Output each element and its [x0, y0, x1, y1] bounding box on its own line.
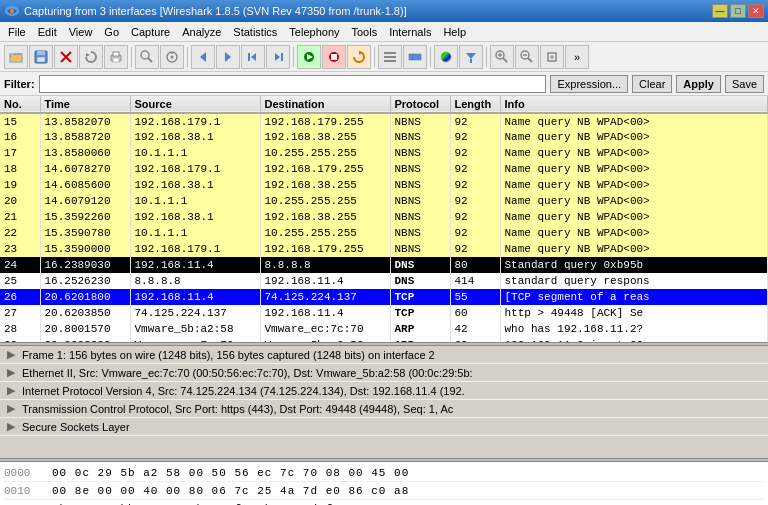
normal-size-button[interactable]: [540, 45, 564, 69]
svg-marker-18: [200, 52, 206, 62]
svg-marker-36: [466, 53, 476, 59]
hex-pane: 0000 00 0c 29 5b a2 58 00 50 56 ec 7c 70…: [0, 462, 768, 505]
menu-telephony[interactable]: Telephony: [283, 25, 345, 39]
detail-row[interactable]: ▶Frame 1: 156 bytes on wire (1248 bits),…: [0, 346, 768, 364]
svg-rect-30: [384, 56, 396, 58]
col-protocol: Protocol: [390, 96, 450, 113]
menu-internals[interactable]: Internals: [383, 25, 437, 39]
menu-edit[interactable]: Edit: [32, 25, 63, 39]
svg-marker-22: [275, 53, 280, 61]
svg-rect-6: [37, 57, 45, 62]
menu-tools[interactable]: Tools: [346, 25, 384, 39]
svg-marker-19: [225, 52, 231, 62]
expand-icon[interactable]: ▶: [4, 366, 18, 379]
menu-go[interactable]: Go: [98, 25, 125, 39]
title-bar: Capturing from 3 interfaces [Wireshark 1…: [0, 0, 768, 22]
col-destination: Destination: [260, 96, 390, 113]
print-button[interactable]: [104, 45, 128, 69]
toolbar: »: [0, 42, 768, 72]
table-row[interactable]: 2920.8003380Vmware_ec:7c:70Vmware_5b:a2:…: [0, 337, 768, 342]
svg-point-35: [441, 52, 451, 62]
svg-rect-34: [418, 54, 421, 60]
expand-icon[interactable]: ▶: [4, 384, 18, 397]
detail-row[interactable]: ▶Transmission Control Protocol, Src Port…: [0, 400, 768, 418]
expression-button[interactable]: Expression...: [550, 75, 628, 93]
goto-button[interactable]: [160, 45, 184, 69]
prev-button[interactable]: [191, 45, 215, 69]
start-capture-button[interactable]: [297, 45, 321, 69]
find-button[interactable]: [135, 45, 159, 69]
expand-icon[interactable]: ▶: [4, 420, 18, 433]
maximize-button[interactable]: □: [730, 4, 746, 18]
menu-file[interactable]: File: [2, 25, 32, 39]
col-source: Source: [130, 96, 260, 113]
apply-filter-button[interactable]: Apply: [676, 75, 721, 93]
table-row[interactable]: 2215.359078010.1.1.110.255.255.255NBNS92…: [0, 225, 768, 241]
col-no: No.: [0, 96, 40, 113]
close-button[interactable]: ✕: [748, 4, 764, 18]
more-button[interactable]: »: [565, 45, 589, 69]
filter-input[interactable]: [39, 75, 547, 93]
packet-table: No. Time Source Destination Protocol Len…: [0, 96, 768, 342]
menu-help[interactable]: Help: [437, 25, 472, 39]
table-row[interactable]: 1713.858006010.1.1.110.255.255.255NBNS92…: [0, 145, 768, 161]
options-button[interactable]: [378, 45, 402, 69]
table-row[interactable]: 2620.6201800192.168.11.474.125.224.137TC…: [0, 289, 768, 305]
first-button[interactable]: [241, 45, 265, 69]
table-row[interactable]: 2516.25262308.8.8.8192.168.11.4DNS414sta…: [0, 273, 768, 289]
svg-marker-20: [251, 53, 256, 61]
svg-marker-9: [86, 53, 90, 57]
expand-icon[interactable]: ▶: [4, 348, 18, 361]
svg-rect-32: [409, 54, 413, 60]
stop-capture-button[interactable]: [322, 45, 346, 69]
minimize-button[interactable]: —: [712, 4, 728, 18]
autoscroll-button[interactable]: [459, 45, 483, 69]
last-button[interactable]: [266, 45, 290, 69]
interfaces-button[interactable]: [403, 45, 427, 69]
svg-point-16: [171, 55, 174, 58]
app-icon: [4, 3, 20, 19]
save-filter-button[interactable]: Save: [725, 75, 764, 93]
zoom-out-button[interactable]: [515, 45, 539, 69]
table-row[interactable]: 2820.8001570Vmware_5b:a2:58Vmware_ec:7c:…: [0, 321, 768, 337]
table-row[interactable]: 1513.8582070192.168.179.1192.168.179.255…: [0, 113, 768, 129]
next-button[interactable]: [216, 45, 240, 69]
restart-capture-button[interactable]: [347, 45, 371, 69]
table-row[interactable]: 2115.3592260192.168.38.1192.168.38.255NB…: [0, 209, 768, 225]
detail-row[interactable]: ▶Ethernet II, Src: Vmware_ec:7c:70 (00:5…: [0, 364, 768, 382]
svg-line-43: [528, 58, 532, 62]
colorize-button[interactable]: [434, 45, 458, 69]
clear-filter-button[interactable]: Clear: [632, 75, 672, 93]
menu-statistics[interactable]: Statistics: [227, 25, 283, 39]
open-button[interactable]: [4, 45, 28, 69]
table-row[interactable]: 2416.2389030192.168.11.48.8.8.8DNS80Stan…: [0, 257, 768, 273]
window-controls: — □ ✕: [712, 4, 764, 18]
col-length: Length: [450, 96, 500, 113]
svg-rect-27: [331, 54, 337, 60]
svg-line-39: [503, 58, 507, 62]
menu-analyze[interactable]: Analyze: [176, 25, 227, 39]
table-row[interactable]: 2720.620385074.125.224.137192.168.11.4TC…: [0, 305, 768, 321]
table-row[interactable]: 2315.3590000192.168.179.1192.168.179.255…: [0, 241, 768, 257]
menu-capture[interactable]: Capture: [125, 25, 176, 39]
save-button[interactable]: [29, 45, 53, 69]
filter-bar: Filter: Expression... Clear Apply Save: [0, 72, 768, 96]
close-capture-button[interactable]: [54, 45, 78, 69]
zoom-in-button[interactable]: [490, 45, 514, 69]
svg-rect-33: [414, 54, 418, 60]
col-time: Time: [40, 96, 130, 113]
menu-bar: File Edit View Go Capture Analyze Statis…: [0, 22, 768, 42]
table-row[interactable]: 1814.6078270192.168.179.1192.168.179.255…: [0, 161, 768, 177]
table-row[interactable]: 1613.8588720192.168.38.1192.168.38.255NB…: [0, 129, 768, 145]
detail-row[interactable]: ▶Secure Sockets Layer: [0, 418, 768, 436]
filter-label: Filter:: [4, 78, 35, 90]
table-row[interactable]: 1914.6085600192.168.38.1192.168.38.255NB…: [0, 177, 768, 193]
detail-row[interactable]: ▶Internet Protocol Version 4, Src: 74.12…: [0, 382, 768, 400]
packet-list[interactable]: No. Time Source Destination Protocol Len…: [0, 96, 768, 342]
svg-point-1: [10, 9, 14, 13]
reload-button[interactable]: [79, 45, 103, 69]
svg-rect-3: [11, 55, 21, 61]
table-row[interactable]: 2014.607912010.1.1.110.255.255.255NBNS92…: [0, 193, 768, 209]
menu-view[interactable]: View: [63, 25, 99, 39]
expand-icon[interactable]: ▶: [4, 402, 18, 415]
